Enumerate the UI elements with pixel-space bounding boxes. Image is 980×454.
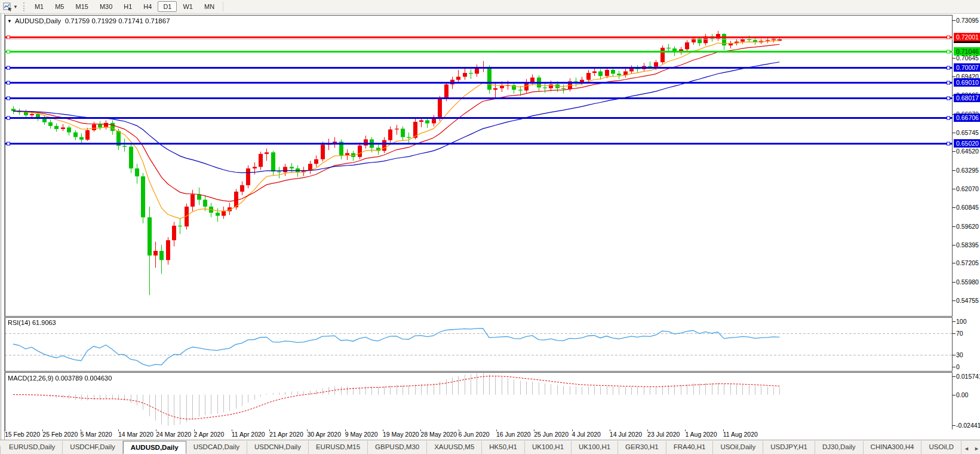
chart-title: ▼AUDUSD,Daily 0.71759 0.71929 0.71741 0.… <box>7 17 170 24</box>
chart-tab-xauusd-m5[interactable]: XAUUSD,M5 <box>427 441 482 454</box>
tab-scroll-left-icon[interactable]: ◄ <box>961 443 972 454</box>
price-tick-label: 0.54755 <box>956 297 979 304</box>
chart-symbol-period: AUDUSD,Daily <box>15 17 61 24</box>
timeframe-button-d1[interactable]: D1 <box>158 1 177 12</box>
date-axis-label: 1 Aug 2020 <box>685 431 717 438</box>
date-axis-label: 2 Apr 2020 <box>194 431 225 438</box>
price-tick-label: 0.65745 <box>956 129 979 136</box>
chart-tab-usdcad-daily[interactable]: USDCAD,Daily <box>186 441 247 454</box>
toolbar-grip[interactable] <box>23 2 24 11</box>
price-tick-mark <box>953 282 956 283</box>
chart-tab-uk100-h1[interactable]: UK100,H1 <box>572 441 618 454</box>
chart-tab-china300-h4[interactable]: CHINA300,H4 <box>864 441 922 454</box>
timeframe-button-w1[interactable]: W1 <box>177 1 198 12</box>
tab-scroll-right-icon[interactable]: ► <box>972 443 980 454</box>
price-level-flag[interactable]: 0.65020 <box>954 139 980 148</box>
date-axis-label: 4 Jul 2020 <box>572 431 601 438</box>
macd-tick-label: 0.00 <box>956 391 968 398</box>
timeframe-button-h1[interactable]: H1 <box>118 1 137 12</box>
macd-tick-label: -0.024412 <box>956 422 980 429</box>
rsi-indicator-label: RSI(14) 61.9063 <box>8 319 56 326</box>
date-axis-label: 21 Apr 2020 <box>269 431 303 438</box>
price-tick-label: 0.58395 <box>956 241 979 249</box>
date-axis-label: 16 Jun 2020 <box>496 431 531 438</box>
price-tick-mark <box>953 245 956 246</box>
chart-tab-hk50-h1[interactable]: HK50,H1 <box>482 441 525 454</box>
macd-tick-mark <box>953 395 956 395</box>
price-level-flag[interactable]: 0.66706 <box>954 114 980 122</box>
ohlc-high: 0.71929 <box>91 17 116 24</box>
price-level-flag[interactable]: 0.72001 <box>954 33 980 41</box>
date-axis-label: 11 Aug 2020 <box>723 431 758 438</box>
timeframe-button-m15[interactable]: M15 <box>70 1 93 12</box>
date-axis-label: 5 Mar 2020 <box>81 431 112 438</box>
price-tick-label: 0.62070 <box>956 185 979 192</box>
timeframe-button-m5[interactable]: M5 <box>50 1 69 12</box>
timeframe-button-m1[interactable]: M1 <box>29 1 49 12</box>
chart-tab-bar: EURUSD,DailyUSDCHF,DailyAUDUSD,DailyUSDC… <box>0 440 980 454</box>
rsi-tick-label: 100 <box>956 318 967 325</box>
price-level-flag[interactable]: 0.71046 <box>954 47 980 56</box>
price-tick-mark <box>953 20 956 21</box>
ohlc-low: 0.71741 <box>118 17 143 24</box>
toolbar-dropdown-caret[interactable]: ▼ <box>13 4 18 10</box>
rsi-tick-label: 30 <box>956 351 963 358</box>
price-tick-mark <box>953 170 956 171</box>
price-tick-mark <box>953 300 956 301</box>
terminal-window: ▼ M1M5M15M30H1H4D1W1MN ▼AUDUSD,Daily 0.7… <box>0 0 980 454</box>
chart-menu-icon[interactable]: ▼ <box>7 19 12 24</box>
chart-tab-usdchf-daily[interactable]: USDCHF,Daily <box>63 441 122 454</box>
date-axis-label: 23 Jul 2020 <box>647 431 680 438</box>
date-axis-label: 14 Jul 2020 <box>610 431 642 438</box>
window-left-frame <box>1 14 5 440</box>
price-tick-mark <box>953 189 956 189</box>
chart-cursor-icon[interactable] <box>3 2 13 11</box>
timeframe-button-m30[interactable]: M30 <box>94 1 118 12</box>
rsi-tick-mark <box>953 333 956 334</box>
price-tick-mark <box>953 151 956 152</box>
chart-tab-usdjpy-h1[interactable]: USDJPY,H1 <box>763 441 815 454</box>
toolbar-separator <box>223 2 223 11</box>
price-level-flag[interactable]: 0.68017 <box>954 94 980 102</box>
chart-tab-eurusd-m15[interactable]: EURUSD,M15 <box>309 441 368 454</box>
date-axis-label: 25 Jun 2020 <box>534 431 569 438</box>
chart-tab-gbpusd-m30[interactable]: GBPUSD,M30 <box>368 441 427 454</box>
chart-tab-dj30-daily[interactable]: DJ30,Daily <box>815 441 864 454</box>
macd-main-value: 0.003789 <box>55 375 82 382</box>
chart-tab-eurusd-daily[interactable]: EURUSD,Daily <box>2 441 63 454</box>
macd-name: MACD(12,26,9) <box>8 375 53 382</box>
timeframe-button-mn[interactable]: MN <box>199 1 220 12</box>
chart-tab-usdcnh-daily[interactable]: USDCNH,Daily <box>247 441 309 454</box>
price-level-flag[interactable]: 0.70007 <box>954 63 980 72</box>
price-level-flag[interactable]: 0.69010 <box>954 78 980 87</box>
date-axis-label: 6 Jun 2020 <box>459 431 490 438</box>
chart-tab-ger30-h1[interactable]: GER30,H1 <box>618 441 666 454</box>
price-tick-mark <box>953 76 956 77</box>
timeframe-button-h4[interactable]: H4 <box>138 1 157 12</box>
chart-tab-fra40-h1[interactable]: FRA40,H1 <box>666 441 714 454</box>
rsi-value: 61.9063 <box>32 319 56 326</box>
date-axis-label: 11 Apr 2020 <box>232 431 265 438</box>
price-tick-label: 0.59620 <box>956 223 979 230</box>
chart-tab-audusd-daily[interactable]: AUDUSD,Daily <box>123 441 186 454</box>
macd-signal-value: 0.004630 <box>84 375 112 382</box>
price-tick-label: 0.64520 <box>956 148 979 155</box>
date-axis-label: 14 Mar 2020 <box>118 431 153 438</box>
price-chart-canvas[interactable] <box>5 15 953 430</box>
date-axis-label: 15 Feb 2020 <box>5 431 40 438</box>
price-tick-label: 0.60845 <box>956 204 979 211</box>
chart-tab-usoil-daily[interactable]: USOil,Daily <box>713 441 763 454</box>
rsi-name: RSI(14) <box>8 319 30 326</box>
ohlc-close: 0.71867 <box>145 17 170 24</box>
macd-indicator-label: MACD(12,26,9) 0.003789 0.004630 <box>8 375 112 382</box>
rsi-tick-label: 0 <box>956 363 960 370</box>
chart-tab-usoil-d[interactable]: USOil,D <box>921 441 961 454</box>
price-tick-mark <box>953 263 956 263</box>
tabbar-grip <box>0 446 1 454</box>
date-axis-label: 30 Apr 2020 <box>307 431 341 438</box>
macd-tick-label: 0.015741 <box>956 373 980 380</box>
price-tick-mark <box>953 226 956 227</box>
ohlc-open: 0.71759 <box>65 17 90 24</box>
chart-tab-uk100-h1[interactable]: UK100,H1 <box>525 441 572 454</box>
date-axis-label: 9 May 2020 <box>345 431 378 438</box>
